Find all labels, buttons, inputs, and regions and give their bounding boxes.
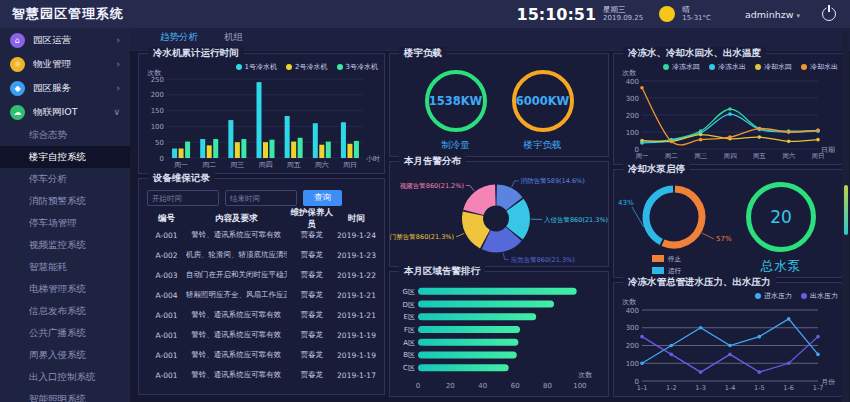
svg-text:日期: 日期 bbox=[821, 146, 835, 154]
load-gauge: 1538KW制冷量 bbox=[425, 70, 487, 152]
svg-text:1-1: 1-1 bbox=[637, 384, 648, 392]
table-row[interactable]: A-003自动门在开启和关闭时应平稳无震荡贾春龙2019-1-22 bbox=[147, 265, 376, 285]
sidebar-subitem[interactable]: 周界入侵系统 bbox=[0, 344, 130, 366]
svg-text:入侵告警860(21.3%): 入侵告警860(21.3%) bbox=[544, 216, 608, 224]
sidebar-subitem[interactable]: 消防预警系统 bbox=[0, 190, 130, 212]
svg-text:A区: A区 bbox=[403, 339, 415, 347]
svg-text:100: 100 bbox=[151, 123, 164, 131]
table-row[interactable]: A-004轿厢照明应齐全、风扇工作应正常贾春龙2019-1-21 bbox=[147, 285, 376, 305]
sidebar-subitem[interactable]: 停车分析 bbox=[0, 168, 130, 190]
table-row[interactable]: A-001警铃、通讯系统应可靠有效贾春龙2019-1-19 bbox=[147, 325, 376, 345]
scrollbar-thumb[interactable] bbox=[844, 185, 848, 235]
sidebar-item[interactable]: ◆园区服务› bbox=[0, 76, 130, 100]
date: 2019.09.25 bbox=[603, 14, 643, 22]
sidebar-item[interactable]: ⌂园区运营› bbox=[0, 28, 130, 52]
query-button[interactable]: 查询 bbox=[303, 190, 342, 206]
legend-dot bbox=[709, 64, 715, 70]
svg-text:150: 150 bbox=[151, 107, 164, 115]
column-header: 编号 bbox=[147, 213, 186, 225]
svg-text:300: 300 bbox=[626, 324, 639, 332]
svg-text:门禁告警860(21.3%): 门禁告警860(21.3%) bbox=[390, 233, 454, 241]
svg-text:消防告警589(14.6%): 消防告警589(14.6%) bbox=[520, 177, 585, 185]
svg-text:周一: 周一 bbox=[174, 161, 188, 169]
sidebar-subitem[interactable]: 视频监控系统 bbox=[0, 234, 130, 256]
panel-chiller-runtime: 冷水机累计运行时间 次数 1号冷水机2号冷水机3号冷水机 05010015020… bbox=[138, 53, 385, 174]
svg-text:周五: 周五 bbox=[753, 152, 767, 160]
svg-text:60: 60 bbox=[511, 382, 520, 390]
sidebar-subitem[interactable]: 智能照明系统 bbox=[0, 388, 130, 402]
sun-weather-icon bbox=[659, 6, 675, 22]
weekday: 星期三 bbox=[603, 6, 643, 15]
chevron-down-icon: ▾ bbox=[796, 12, 800, 20]
svg-text:1-2: 1-2 bbox=[666, 384, 677, 392]
end-time-input[interactable] bbox=[225, 190, 297, 206]
panel-building-load: 楼宇负载 1538KW制冷量6000KW楼宇负载 bbox=[389, 53, 609, 157]
table-row[interactable]: A-001警铃、通讯系统应可靠有效贾春龙2019-1-17 bbox=[147, 365, 376, 385]
panel-maintenance-records: 设备维保记录 查询编号内容及要求维护保养人员时间A-001警铃、通讯系统应可靠有… bbox=[138, 178, 385, 395]
svg-text:C区: C区 bbox=[403, 364, 415, 372]
panel-water-pressure: 冷冻水管总管进水压力、出水压力 次数 进水压力出水压力 010020030040… bbox=[613, 282, 845, 397]
sidebar-subitem[interactable]: 楼宇自控系统 bbox=[0, 146, 130, 168]
svg-text:80: 80 bbox=[543, 382, 552, 390]
table-row[interactable]: A-002机房、轮滑间、轿顶底坑应清理贾春龙2019-1-23 bbox=[147, 245, 376, 265]
maintenance-table: 查询编号内容及要求维护保养人员时间A-001警铃、通讯系统应可靠有效贾春龙201… bbox=[147, 189, 376, 390]
column-header: 维护保养人员 bbox=[287, 207, 337, 231]
sidebar-subitem[interactable]: 智慧能耗 bbox=[0, 256, 130, 278]
sidebar-subitem[interactable]: 公共广播系统 bbox=[0, 322, 130, 344]
panel-water-temperature: 冷冻水、冷却水回水、出水温度 次数 冷冻水回冷冻水出冷却水回冷却水出 01002… bbox=[613, 53, 845, 165]
svg-text:周六: 周六 bbox=[315, 161, 329, 169]
load-gauge: 6000KW楼宇负载 bbox=[512, 70, 574, 152]
sidebar-subitem[interactable]: 综合态势 bbox=[0, 124, 130, 146]
svg-text:1-6: 1-6 bbox=[783, 384, 794, 392]
svg-text:400: 400 bbox=[626, 307, 639, 315]
y-axis-label: 次数 bbox=[622, 297, 636, 307]
start-time-input[interactable] bbox=[147, 190, 219, 206]
sidebar-subitem[interactable]: 停车场管理 bbox=[0, 212, 130, 234]
legend-item: 出水压力 bbox=[801, 291, 838, 301]
svg-text:0: 0 bbox=[416, 382, 420, 390]
load-ring-label: 楼宇负载 bbox=[524, 139, 562, 152]
svg-text:小时: 小时 bbox=[366, 155, 380, 163]
table-row[interactable]: A-001警铃、通讯系统应可靠有效贾春龙2019-1-19 bbox=[147, 345, 376, 365]
svg-text:周一: 周一 bbox=[636, 152, 650, 160]
legend-dot bbox=[801, 293, 807, 299]
svg-text:D区: D区 bbox=[403, 301, 415, 309]
table-row[interactable]: A-001警铃、通讯系统应可靠有效贾春龙2019-1-21 bbox=[147, 305, 376, 325]
sidebar-subitem[interactable]: 电梯管理系统 bbox=[0, 278, 130, 300]
svg-text:G区: G区 bbox=[403, 288, 415, 296]
park-service-icon: ◆ bbox=[10, 81, 25, 96]
svg-text:周五: 周五 bbox=[287, 161, 301, 169]
sidebar-subitem[interactable]: 出入口控制系统 bbox=[0, 366, 130, 388]
legend-item: 进水压力 bbox=[755, 291, 792, 301]
weather-block: 晴 15-31°C bbox=[682, 6, 711, 23]
sidebar: ⌂园区运营›☼物业管理›◆园区服务›☁物联网IOT∨ 综合态势楼宇自控系统停车分… bbox=[0, 28, 130, 402]
svg-text:视频告警860(21.2%): 视频告警860(21.2%) bbox=[400, 182, 464, 190]
user-menu[interactable]: adminhzw▾ bbox=[745, 9, 800, 20]
panel-area-alarm-rank: 本月区域告警排行 020406080100次数G区D区E区F区A区B区C区 bbox=[389, 271, 609, 397]
sidebar-main: ⌂园区运营›☼物业管理›◆园区服务›☁物联网IOT∨ bbox=[0, 28, 130, 124]
scrollbar[interactable] bbox=[842, 28, 849, 402]
power-icon[interactable] bbox=[822, 7, 836, 21]
svg-text:43%: 43% bbox=[618, 199, 634, 207]
legend-item: 3号冷水机 bbox=[337, 62, 378, 72]
panel-title: 冷冻水管总管进水压力、出水压力 bbox=[623, 276, 776, 289]
svg-text:50: 50 bbox=[155, 139, 164, 147]
svg-text:100: 100 bbox=[573, 382, 586, 390]
sidebar-subitem[interactable]: 信息发布系统 bbox=[0, 300, 130, 322]
svg-text:周二: 周二 bbox=[665, 152, 679, 160]
sidebar-item[interactable]: ☁物联网IOT∨ bbox=[0, 100, 130, 124]
main-content: 趋势分析机组 冷水机累计运行时间 次数 1号冷水机2号冷水机3号冷水机 0501… bbox=[130, 28, 850, 402]
legend-item: 2号冷水机 bbox=[286, 62, 327, 72]
sidebar-item-label: 物联网IOT bbox=[33, 106, 78, 119]
building-load-gauges: 1538KW制冷量6000KW楼宇负载 bbox=[390, 70, 608, 152]
svg-text:应急告警860(21.3%): 应急告警860(21.3%) bbox=[511, 256, 575, 264]
table-row[interactable]: A-001警铃、通讯系统应可靠有效贾春龙2019-1-24 bbox=[147, 225, 376, 245]
sidebar-item[interactable]: ☼物业管理› bbox=[0, 52, 130, 76]
clock: 15:10:51 bbox=[517, 5, 597, 24]
svg-text:周二: 周二 bbox=[202, 161, 216, 169]
chevron-icon: › bbox=[116, 35, 120, 45]
legend-dot bbox=[755, 64, 761, 70]
column-header: 时间 bbox=[337, 213, 376, 225]
svg-text:200: 200 bbox=[626, 112, 639, 120]
y-axis-label: 次数 bbox=[147, 68, 161, 78]
